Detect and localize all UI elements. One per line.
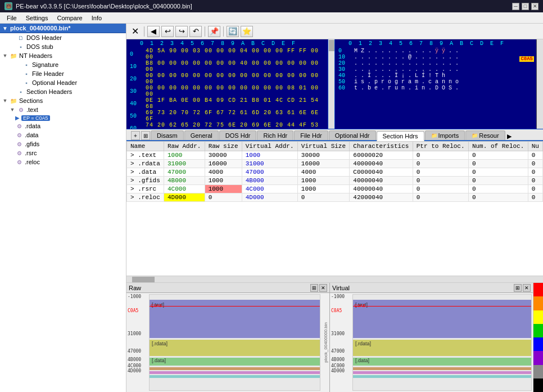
table-row[interactable]: > .rdata3100016000310001600040000040000 (127, 160, 543, 168)
sidebar-item-dos-stub[interactable]: ▪ DOS stub (0, 42, 126, 51)
virtual-bar-rdata: [.rdata] (353, 340, 531, 356)
sidebar-item-rsrc[interactable]: ⚙ .rsrc (0, 148, 126, 157)
raw-map-expand-btn[interactable]: ⊞ (310, 284, 318, 292)
title-bar-left: 🐻 PE-bear v0.3.9.5 [C:\Users\foobar\Desk… (4, 2, 192, 10)
virtual-bar-data: [.data] (353, 358, 531, 366)
table-row[interactable]: > .data470004000470004000C0000040000 (127, 168, 543, 177)
table-row[interactable]: > .text10003000010003000060000020000 (127, 151, 543, 160)
toolbar-star-btn[interactable]: ⭐ (241, 26, 253, 37)
hex-row-1: 10B8 00 00 00 00 00 00 00 40 00 00 00 00… (130, 60, 324, 73)
toolbar-sync-btn[interactable]: 🔄 (227, 26, 239, 37)
table-row[interactable]: > .rsrc4C00010004C000100040000040000 (127, 185, 543, 193)
sidebar-item-optional-header[interactable]: ▪ Optional Header (0, 78, 126, 87)
section-headers-table: Name Raw Addr. Raw size Virtual Addr. Vi… (126, 141, 543, 202)
virtual-label-neg1000: -1000 (331, 294, 350, 299)
sidebar-item-sections[interactable]: ▼ 📁 Sections (0, 96, 126, 105)
coa5-marker: C0A5 (519, 56, 534, 62)
toolbar-forward-btn[interactable]: ↪ (175, 26, 188, 37)
tab-dos-hdr[interactable]: DOS Hdr (219, 130, 257, 140)
title-controls[interactable]: ─ □ ✕ (512, 3, 539, 10)
cell-ptr-reloc: 0 (413, 185, 468, 193)
cell-raw-addr: 4C000 (164, 185, 205, 193)
cell-virt-addr: 1000 (242, 151, 297, 160)
menu-file[interactable]: File (2, 13, 21, 22)
table-row[interactable]: > .gfids4B00010004B000100040000040000 (127, 177, 543, 185)
cell-raw-size: 30000 (205, 151, 242, 160)
col-virt-size: Virtual Size (297, 142, 350, 151)
sidebar-item-signature[interactable]: ▪ Signature (0, 60, 126, 69)
toolbar-undo-btn[interactable]: ↶ (189, 26, 202, 37)
hex-panel-right: 0 1 2 3 4 5 6 7 8 9 A B C D E F 0M Z . .… (334, 39, 536, 129)
virtual-ep-label: C0A5 (354, 303, 365, 308)
tabs-more-button[interactable]: ▶ (507, 133, 512, 140)
raw-map-close-btn[interactable]: ✕ (319, 284, 327, 292)
cell-virt-size: 1000 (297, 177, 350, 185)
tab-section-hdrs[interactable]: Section Hdrs (377, 131, 424, 141)
sidebar-item-nt-headers[interactable]: ▼ 📁 NT Headers (0, 51, 126, 60)
raw-bar-rdata: [.rdata] (150, 340, 320, 356)
tab-optional-hdr[interactable]: Optional Hdr (329, 130, 376, 140)
cell-raw-addr: 31000 (164, 160, 205, 168)
hex-panel-left: 0 1 2 3 4 5 6 7 8 9 A B C D E F 04D 5A 9… (126, 39, 328, 129)
tab-resources[interactable]: 📁 Resour (465, 130, 505, 140)
ascii-row-4: 40. . Î . . . Ï ¡ . L Í ! T h (338, 73, 533, 79)
sidebar-item-gfids[interactable]: ⚙ .gfids (0, 139, 126, 148)
virtual-map-expand-btn[interactable]: ⊞ (514, 284, 522, 292)
close-button[interactable]: ✕ (531, 3, 539, 10)
raw-label-4b000: 4B000 (128, 357, 147, 362)
sidebar-item-dos-header[interactable]: 🗋 DOS Header (0, 33, 126, 42)
cell-nu: 0 (528, 193, 542, 202)
table-header-row: Name Raw Addr. Raw size Virtual Addr. Vi… (127, 142, 543, 151)
tab-rich-hdr[interactable]: Rich Hdr (257, 130, 293, 140)
cell-raw-size: 4000 (205, 168, 242, 177)
cell-virt-size: 4000 (297, 168, 350, 177)
cell-chars: 40000040 (350, 185, 413, 193)
menu-settings[interactable]: Settings (21, 13, 53, 22)
virtual-label-4c000: 4C0004D000 (331, 363, 350, 373)
tab-file-hdr[interactable]: File Hdr (294, 130, 328, 140)
hscrollbar-thumb[interactable] (132, 277, 155, 282)
tab-expand-button[interactable]: ⊞ (141, 131, 150, 140)
virtual-bar-reloc (353, 375, 531, 378)
cell-name: > .rsrc (127, 185, 164, 193)
sidebar-item-rdata[interactable]: ⚙ .rdata (0, 121, 126, 130)
hex-scrollbar[interactable] (328, 39, 334, 129)
toolbar-refresh-btn[interactable]: ↩ (161, 26, 174, 37)
sidebar-item-ep[interactable]: ▶ EP = C0A5 (0, 114, 126, 121)
hex-row-4: 400E 1F BA 0E 00 B4 09 CD 21 B8 01 4C CD… (130, 97, 324, 110)
menu-compare[interactable]: Compare (52, 13, 87, 22)
swatch-green (533, 324, 543, 337)
raw-map-header: Raw ⊞ ✕ (126, 283, 329, 293)
tab-extras: + ⊞ (131, 131, 150, 140)
sidebar-item-data[interactable]: ⚙ .data (0, 130, 126, 139)
tab-add-button[interactable]: + (131, 131, 140, 140)
tab-general[interactable]: General (184, 130, 219, 140)
maximize-button[interactable]: □ (522, 3, 529, 10)
table-hscrollbar[interactable] (126, 276, 543, 282)
toolbar-back-btn[interactable]: ◀ (147, 26, 160, 37)
main-container: ▼ plock_00400000.bin* 🗋 DOS Header ▪ DOS… (0, 24, 543, 392)
cell-virt-addr: 4D000 (242, 193, 297, 202)
toolbar-close-btn[interactable]: ✕ (129, 26, 141, 37)
bottom-panels: Raw ⊞ ✕ -1000 C0A5 31000 47000 4B000 4C0… (126, 282, 543, 392)
dos-header-label: DOS Header (26, 34, 62, 41)
tab-disasm[interactable]: Disasm (151, 130, 184, 140)
sidebar-item-section-headers[interactable]: ▪ Section Headers (0, 87, 126, 96)
virtual-map-btns: ⊞ ✕ (514, 284, 531, 292)
minimize-button[interactable]: ─ (512, 3, 519, 10)
hex-right-scrollbar[interactable] (536, 39, 543, 129)
sidebar-item-text[interactable]: ▼ ⚙ .text (0, 105, 126, 114)
virtual-map-close-btn[interactable]: ✕ (523, 284, 531, 292)
toolbar-sep-2 (205, 26, 205, 37)
menu-info[interactable]: Info (87, 13, 106, 22)
sidebar-item-file-header[interactable]: ▪ File Header (0, 69, 126, 78)
table-row[interactable]: > .reloc4D00004D000042000040000 (127, 193, 543, 202)
cell-virt-addr: 4B000 (242, 177, 297, 185)
cell-num-reloc: 0 (468, 185, 528, 193)
cell-num-reloc: 0 (468, 177, 528, 185)
col-chars: Characteristics (350, 142, 413, 151)
sidebar-item-reloc[interactable]: ⚙ .reloc (0, 157, 126, 166)
hex-scrollbar-thumb[interactable] (329, 40, 334, 51)
toolbar-pin-btn[interactable]: 📌 (208, 26, 220, 37)
tab-imports[interactable]: 📁 Imports (425, 130, 465, 140)
